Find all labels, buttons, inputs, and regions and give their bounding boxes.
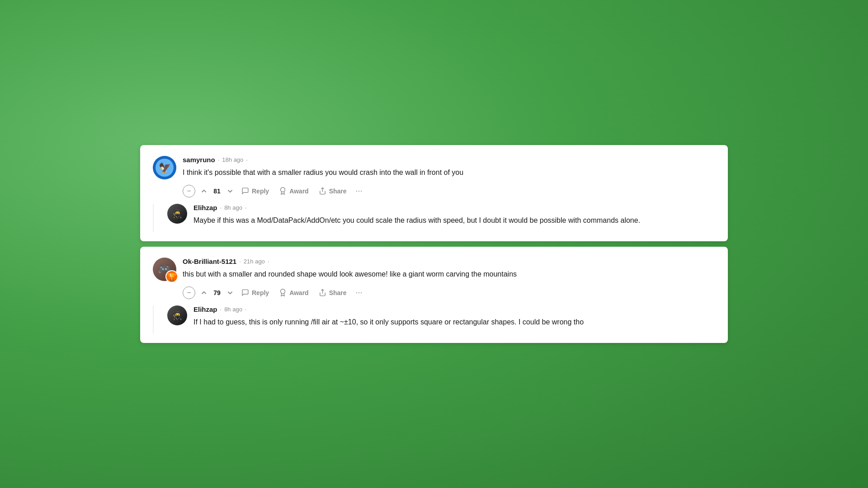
upvote-icon-2 xyxy=(200,289,208,297)
reply-icon-1 xyxy=(241,187,249,195)
comment-text-1: I think it's possible that with a smalle… xyxy=(183,167,715,178)
reply-dot-1: · xyxy=(220,204,222,211)
timestamp-1: 18h ago xyxy=(222,156,243,163)
reply-timestamp-2: 8h ago xyxy=(224,306,242,313)
reply-label-2: Reply xyxy=(252,289,269,296)
svg-text:🦅: 🦅 xyxy=(159,162,171,174)
action-bar-1: − 81 xyxy=(183,184,715,197)
downvote-icon-2 xyxy=(226,289,234,297)
award-button-1[interactable]: Award xyxy=(274,184,313,197)
upvote-icon-1 xyxy=(200,187,208,195)
avatar-elihzap-2: 🥷 xyxy=(167,305,187,325)
comment-body-2: Ok-Brilliant-5121 · 21h ago · this but w… xyxy=(183,258,715,299)
reply-meta-2: Elihzap · 8h ago · xyxy=(193,305,715,313)
more-button-2[interactable]: ··· xyxy=(352,286,366,299)
reply-text-1: Maybe if this was a Mod/DataPack/AddOn/e… xyxy=(193,215,715,226)
reply-dot-2: · xyxy=(245,204,247,211)
comment-card-1: 🦅 samyruno · 18h ago · I think it's poss… xyxy=(140,145,728,241)
dot-4: · xyxy=(268,258,269,265)
share-button-1[interactable]: Share xyxy=(314,184,351,197)
reply-button-1[interactable]: Reply xyxy=(237,184,274,197)
dot-1: · xyxy=(218,156,220,163)
svg-point-3 xyxy=(281,188,285,192)
comment-top-1: 🦅 samyruno · 18h ago · I think it's poss… xyxy=(153,156,715,197)
share-icon-1 xyxy=(319,187,326,195)
avatar-samyruno-img: 🦅 xyxy=(153,156,176,179)
comment-top-2: 🎮 🏆 Ok-Brilliant-5121 · 21h ago · this b… xyxy=(153,258,715,299)
award-label-2: Award xyxy=(289,289,309,296)
award-badge-2: 🏆 xyxy=(165,270,178,283)
downvote-button-2[interactable] xyxy=(224,287,236,299)
thread-connector-1: 🥷 xyxy=(167,204,187,232)
reply-label-1: Reply xyxy=(252,188,269,195)
upvote-button-1[interactable] xyxy=(198,185,210,197)
downvote-button-1[interactable] xyxy=(224,185,236,197)
share-label-2: Share xyxy=(329,289,347,296)
vote-count-2: 79 xyxy=(212,289,222,296)
action-bar-2: − 79 xyxy=(183,286,715,299)
thread-connector-2: 🥷 xyxy=(167,305,187,334)
svg-point-5 xyxy=(281,289,285,294)
reply-button-2[interactable]: Reply xyxy=(237,286,274,299)
comment-text-2: this but with a smaller and rounded shap… xyxy=(183,269,715,280)
award-icon-2 xyxy=(279,289,287,296)
reply-section-2: 🥷 Elihzap · 8h ago · If I had to guess, … xyxy=(153,305,715,334)
upvote-button-2[interactable] xyxy=(198,287,210,299)
vote-area-1: 81 xyxy=(198,185,236,197)
award-label-1: Award xyxy=(289,188,309,195)
reply-content-1: Elihzap · 8h ago · Maybe if this was a M… xyxy=(193,204,715,232)
share-label-1: Share xyxy=(329,188,347,195)
dot-3: · xyxy=(239,258,241,265)
dot-2: · xyxy=(246,156,248,163)
reply-username-1: Elihzap xyxy=(193,204,217,211)
reply-timestamp-1: 8h ago xyxy=(224,204,242,211)
avatar-samyruno: 🦅 xyxy=(153,156,176,179)
username-ok-brilliant: Ok-Brilliant-5121 xyxy=(183,258,236,265)
reply-content-2: Elihzap · 8h ago · If I had to guess, th… xyxy=(193,305,715,334)
collapse-button-1[interactable]: − xyxy=(183,185,195,197)
downvote-icon-1 xyxy=(226,187,234,195)
reply-thread-2: 🥷 Elihzap · 8h ago · If I had to guess, … xyxy=(167,305,715,334)
reply-section-1: 🥷 Elihzap · 8h ago · Maybe if this was a… xyxy=(153,204,715,232)
more-button-1[interactable]: ··· xyxy=(352,184,366,197)
reply-username-2: Elihzap xyxy=(193,305,217,313)
reply-dot-3: · xyxy=(220,306,222,313)
avatar-wrapper-2: 🎮 🏆 xyxy=(153,258,176,281)
award-icon-1 xyxy=(279,187,287,195)
username-samyruno: samyruno xyxy=(183,156,215,164)
reply-meta-1: Elihzap · 8h ago · xyxy=(193,204,715,211)
reply-icon-2 xyxy=(241,289,249,296)
share-button-2[interactable]: Share xyxy=(314,286,351,299)
reply-text-2: If I had to guess, this is only running … xyxy=(193,317,715,328)
avatar-elihzap-1: 🥷 xyxy=(167,204,187,224)
comment-meta-1: samyruno · 18h ago · xyxy=(183,156,715,164)
comment-card-2: 🎮 🏆 Ok-Brilliant-5121 · 21h ago · this b… xyxy=(140,247,728,343)
comment-meta-2: Ok-Brilliant-5121 · 21h ago · xyxy=(183,258,715,265)
vote-area-2: 79 xyxy=(198,287,236,299)
reply-thread-1: 🥷 Elihzap · 8h ago · Maybe if this was a… xyxy=(167,204,715,232)
award-button-2[interactable]: Award xyxy=(274,286,313,299)
comment-body-1: samyruno · 18h ago · I think it's possib… xyxy=(183,156,715,197)
vote-count-1: 81 xyxy=(212,188,222,195)
collapse-button-2[interactable]: − xyxy=(183,286,195,299)
reply-dot-4: · xyxy=(245,306,247,313)
timestamp-2: 21h ago xyxy=(244,258,265,265)
share-icon-2 xyxy=(319,289,326,296)
